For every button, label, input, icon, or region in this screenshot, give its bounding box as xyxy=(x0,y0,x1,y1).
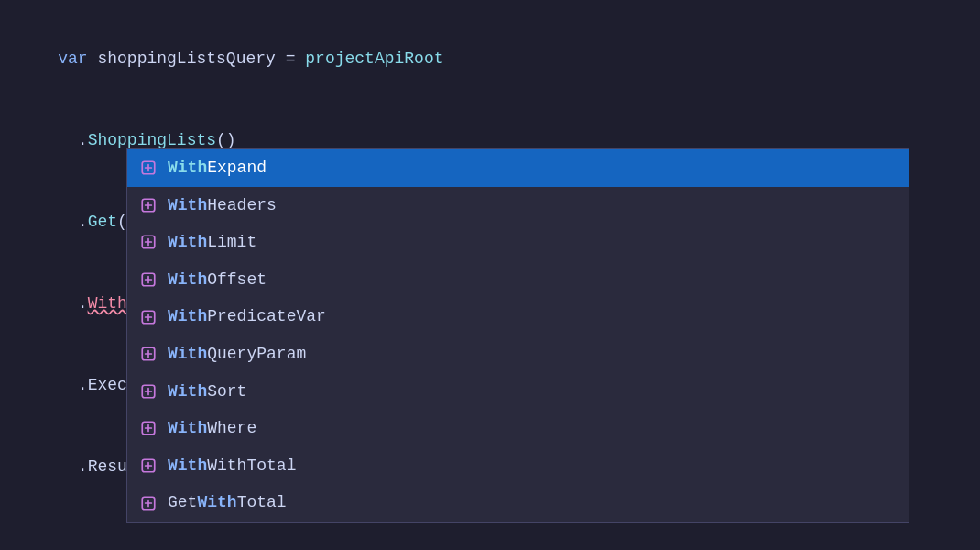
autocomplete-text-getwithtotal: GetWithTotal xyxy=(168,489,287,517)
autocomplete-item-predicatevar[interactable]: WithPredicateVar xyxy=(127,298,909,336)
code-editor: var shoppingListsQuery = projectApiRoot … xyxy=(0,0,980,526)
method-icon-expand xyxy=(138,158,158,178)
keyword-var: var xyxy=(58,50,97,68)
autocomplete-text-queryparam: WithQueryParam xyxy=(168,340,306,368)
autocomplete-text-where: WithWhere xyxy=(168,414,256,443)
code-line-1: var shoppingListsQuery = projectApiRoot xyxy=(18,18,962,100)
autocomplete-item-sort[interactable]: WithSort xyxy=(127,373,909,411)
method-icon-getwithtotal xyxy=(138,493,158,513)
method-icon-withtotal xyxy=(138,456,158,476)
autocomplete-text-offset: WithOffset xyxy=(168,266,267,294)
method-exec-partial: Exec xyxy=(88,376,127,394)
autocomplete-item-withtotal[interactable]: WithWithTotal xyxy=(127,447,909,485)
autocomplete-item-where[interactable]: WithWhere xyxy=(127,410,909,447)
autocomplete-text-expand: WithExpand xyxy=(168,154,267,182)
equals-sign: = xyxy=(276,50,305,68)
autocomplete-dropdown[interactable]: WithExpand WithHeaders Wit xyxy=(126,148,909,522)
autocomplete-text-predicatevar: WithPredicateVar xyxy=(168,302,326,331)
method-icon-where xyxy=(138,418,158,438)
method-icon-headers xyxy=(138,195,158,215)
autocomplete-text-withtotal: WithWithTotal xyxy=(168,452,296,480)
method-get: Get xyxy=(88,213,117,231)
var-name: shoppingListsQuery xyxy=(97,50,275,68)
method-shopping-lists: ShoppingLists xyxy=(88,131,216,149)
autocomplete-item-offset[interactable]: WithOffset xyxy=(127,261,909,299)
api-root-ref: projectApiRoot xyxy=(305,50,443,68)
autocomplete-item-headers[interactable]: WithHeaders xyxy=(127,187,909,225)
autocomplete-item-queryparam[interactable]: WithQueryParam xyxy=(127,336,909,373)
autocomplete-item-getwithtotal[interactable]: GetWithTotal xyxy=(127,484,909,522)
method-with-partial: With xyxy=(88,294,127,313)
method-icon-offset xyxy=(138,270,158,290)
method-icon-predicatevar xyxy=(138,307,158,327)
autocomplete-item-expand[interactable]: WithExpand xyxy=(127,149,909,187)
method-result-partial: Resu xyxy=(88,457,127,476)
autocomplete-text-limit: WithLimit xyxy=(168,228,256,257)
method-icon-sort xyxy=(138,381,158,402)
method-icon-limit xyxy=(138,232,158,252)
method-icon-queryparam xyxy=(138,344,158,364)
autocomplete-text-sort: WithSort xyxy=(168,378,246,406)
autocomplete-text-headers: WithHeaders xyxy=(168,192,277,220)
autocomplete-item-limit[interactable]: WithLimit xyxy=(127,224,909,261)
